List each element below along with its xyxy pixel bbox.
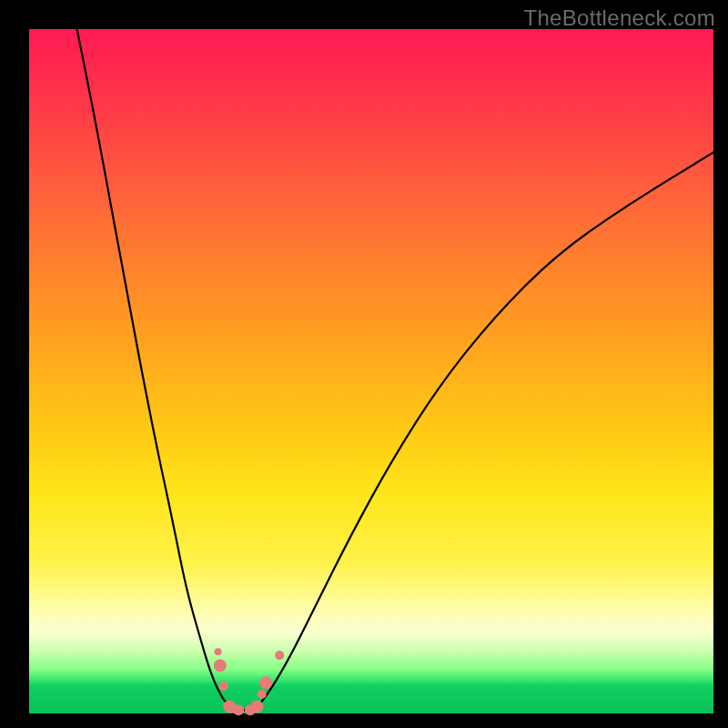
marker-group <box>214 648 284 715</box>
marker-dot <box>215 648 222 655</box>
curve-right-curve <box>255 152 713 710</box>
marker-dot <box>258 690 267 699</box>
curve-left-curve <box>77 29 234 710</box>
marker-dot <box>275 651 284 660</box>
marker-dot <box>233 704 244 715</box>
marker-dot <box>214 659 227 672</box>
marker-dot <box>259 676 272 689</box>
marker-dot <box>250 701 263 713</box>
plot-area <box>29 29 713 713</box>
chart-frame: TheBottleneck.com <box>0 0 728 728</box>
curve-layer <box>29 29 713 713</box>
curve-group <box>77 29 713 710</box>
marker-dot <box>219 682 228 691</box>
watermark-text: TheBottleneck.com <box>523 5 715 31</box>
